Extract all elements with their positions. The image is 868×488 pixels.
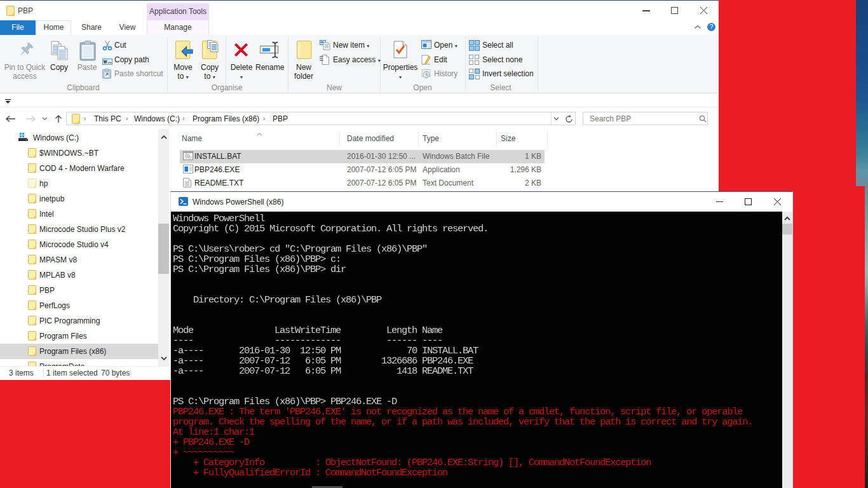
svg-text:?: ?	[710, 24, 714, 30]
